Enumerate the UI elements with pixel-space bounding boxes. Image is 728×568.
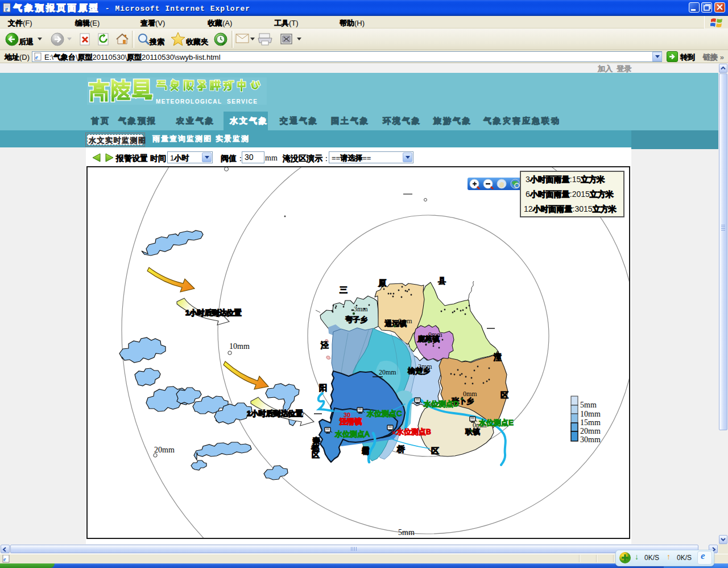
svg-text:3mm: 3mm bbox=[354, 305, 368, 313]
svg-text:5mm: 5mm bbox=[398, 528, 415, 537]
svg-text:15mm: 15mm bbox=[580, 418, 601, 427]
svg-text:30: 30 bbox=[344, 411, 350, 418]
svg-text:阳: 阳 bbox=[319, 383, 327, 392]
svg-text:0mm: 0mm bbox=[428, 331, 442, 339]
svg-text:12小时面雨量:3015立方米: 12小时面雨量:3015立方米 bbox=[524, 204, 617, 213]
svg-text:潼: 潼 bbox=[494, 352, 502, 361]
svg-text:县: 县 bbox=[438, 276, 446, 285]
svg-text:e: e bbox=[35, 53, 38, 60]
svg-text:水位测点E: 水位测点E bbox=[479, 418, 514, 427]
svg-text:20mm: 20mm bbox=[379, 368, 396, 376]
svg-text:区: 区 bbox=[500, 390, 508, 400]
svg-text:3mm: 3mm bbox=[418, 363, 432, 371]
svg-text:1小时后到达位置: 1小时后到达位置 bbox=[247, 409, 303, 418]
svg-text:30mm: 30mm bbox=[580, 435, 601, 444]
svg-text:泾: 泾 bbox=[320, 340, 329, 349]
svg-text:3小时面雨量:15立方米: 3小时面雨量:15立方米 bbox=[526, 175, 605, 184]
svg-text:水位测点C: 水位测点C bbox=[367, 409, 402, 418]
svg-text:区: 区 bbox=[431, 446, 439, 455]
svg-text:弯子乡: 弯子乡 bbox=[345, 315, 367, 324]
svg-text:泾渭镇: 泾渭镇 bbox=[339, 417, 362, 426]
svg-text:10mm: 10mm bbox=[229, 342, 250, 351]
svg-text:e: e bbox=[3, 556, 6, 562]
svg-text:区: 区 bbox=[312, 450, 320, 459]
svg-text:水位测点B: 水位测点B bbox=[396, 427, 431, 436]
svg-text:水位测点A: 水位测点A bbox=[335, 430, 370, 438]
svg-text:5mm: 5mm bbox=[580, 401, 597, 409]
svg-text:原: 原 bbox=[378, 278, 386, 287]
svg-text:e: e bbox=[5, 5, 9, 13]
svg-text:三: 三 bbox=[340, 285, 348, 294]
svg-text:0mm: 0mm bbox=[463, 390, 477, 398]
svg-text:20mm: 20mm bbox=[154, 446, 175, 454]
svg-text:METEOROLOGICAL SERVICE: METEOROLOGICAL SERVICE bbox=[156, 98, 258, 105]
svg-text:10mm: 10mm bbox=[580, 410, 601, 418]
svg-text:霸: 霸 bbox=[362, 446, 370, 455]
svg-text:0mm: 0mm bbox=[398, 317, 412, 325]
svg-text:水位测点D: 水位测点D bbox=[424, 400, 458, 408]
svg-text:6小时面雨量:2015立方米: 6小时面雨量:2015立方米 bbox=[526, 190, 614, 199]
svg-text:桥: 桥 bbox=[396, 444, 405, 454]
svg-text:20mm: 20mm bbox=[580, 427, 601, 435]
svg-text:1小时后到达位置: 1小时后到达位置 bbox=[185, 308, 241, 317]
